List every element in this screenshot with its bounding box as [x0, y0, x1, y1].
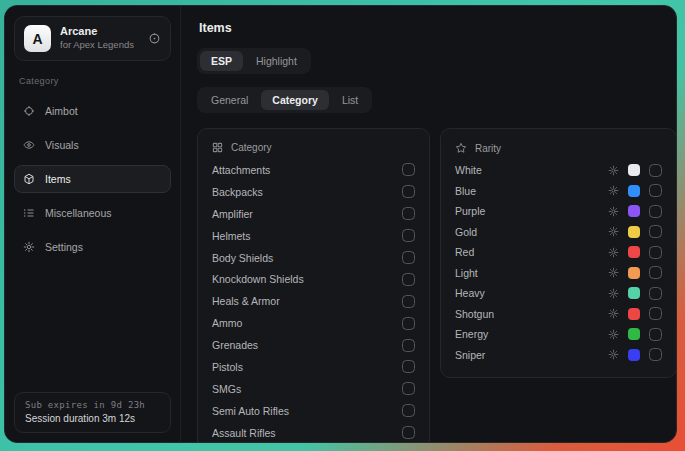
rarity-row: Red	[453, 242, 664, 263]
category-row: Semi Auto Rifles	[210, 400, 417, 422]
sidebar-item-items[interactable]: Items	[14, 165, 171, 193]
category-checkbox[interactable]	[402, 295, 415, 308]
category-row: Body Shields	[210, 247, 417, 269]
rarity-row-label: Sniper	[455, 349, 485, 361]
rarity-color-swatch[interactable]	[628, 267, 640, 279]
category-row-label: Grenades	[212, 339, 258, 351]
rarity-row: Light	[453, 263, 664, 284]
rarity-checkbox[interactable]	[649, 328, 662, 341]
rarity-row: Purple	[453, 201, 664, 222]
gear-icon[interactable]	[608, 165, 619, 176]
rarity-row-label: Blue	[455, 185, 476, 197]
rarity-row-controls	[608, 205, 662, 218]
crosshair-icon	[23, 105, 35, 117]
category-checkbox[interactable]	[402, 273, 415, 286]
category-checkbox[interactable]	[402, 251, 415, 264]
subscription-expires: Sub expires in 9d 23h	[25, 400, 160, 410]
rarity-color-swatch[interactable]	[628, 246, 640, 258]
sidebar: A Arcane for Apex Legends Category Aimbo…	[5, 6, 181, 442]
gear-icon[interactable]	[608, 329, 619, 340]
category-checkbox[interactable]	[402, 426, 415, 439]
gear-icon[interactable]	[608, 288, 619, 299]
category-panel: Category Attachments Backpacks Amplifier	[197, 128, 430, 443]
rarity-checkbox[interactable]	[649, 246, 662, 259]
rarity-checkbox[interactable]	[649, 266, 662, 279]
rarity-row: White	[453, 160, 664, 181]
rarity-row-label: Shotgun	[455, 308, 494, 320]
rarity-row-controls	[608, 307, 662, 320]
panels-row: Category Attachments Backpacks Amplifier	[197, 128, 660, 442]
category-checkbox[interactable]	[402, 207, 415, 220]
rarity-row-controls	[608, 348, 662, 361]
app-logo: A	[24, 25, 51, 52]
category-checkbox[interactable]	[402, 229, 415, 242]
eye-icon	[23, 139, 35, 151]
rarity-color-swatch[interactable]	[628, 308, 640, 320]
rarity-row: Shotgun	[453, 304, 664, 325]
rarity-color-swatch[interactable]	[628, 185, 640, 197]
category-row: Heals & Armor	[210, 290, 417, 312]
gear-icon[interactable]	[608, 206, 619, 217]
rarity-row-controls	[608, 225, 662, 238]
gear-icon[interactable]	[608, 226, 619, 237]
category-row-label: Amplifier	[212, 208, 253, 220]
subscription-card: Sub expires in 9d 23h Session duration 3…	[14, 392, 171, 433]
app-window: A Arcane for Apex Legends Category Aimbo…	[4, 5, 677, 443]
rarity-checkbox[interactable]	[649, 184, 662, 197]
rarity-checkbox[interactable]	[649, 225, 662, 238]
mode-highlight-button[interactable]: Highlight	[245, 51, 308, 71]
rarity-color-swatch[interactable]	[628, 328, 640, 340]
category-checkbox[interactable]	[402, 360, 415, 373]
category-row: Pistols	[210, 356, 417, 378]
main-content: Items ESP Highlight General Category Lis…	[181, 6, 676, 442]
category-panel-header: Category	[210, 139, 417, 159]
gear-icon[interactable]	[608, 349, 619, 360]
rarity-checkbox[interactable]	[649, 307, 662, 320]
category-row: Helmets	[210, 225, 417, 247]
gear-icon	[23, 241, 35, 253]
category-checkbox[interactable]	[402, 339, 415, 352]
category-checkbox[interactable]	[402, 317, 415, 330]
rarity-color-swatch[interactable]	[628, 287, 640, 299]
gear-icon[interactable]	[608, 308, 619, 319]
category-row: Backpacks	[210, 181, 417, 203]
rarity-color-swatch[interactable]	[628, 164, 640, 176]
tab-category[interactable]: Category	[261, 90, 329, 110]
cube-icon	[23, 173, 35, 185]
gear-icon[interactable]	[608, 267, 619, 278]
sidebar-item-miscellaneous[interactable]: Miscellaneous	[14, 199, 171, 227]
category-row: Attachments	[210, 159, 417, 181]
category-row-label: Assault Rifles	[212, 427, 276, 439]
category-checkbox[interactable]	[402, 382, 415, 395]
rarity-row-controls	[608, 164, 662, 177]
category-checkbox[interactable]	[402, 404, 415, 417]
sidebar-item-label: Items	[45, 173, 71, 185]
category-row: Assault Rifles	[210, 422, 417, 443]
app-name: Arcane	[60, 25, 139, 39]
rarity-panel-header: Rarity	[453, 139, 664, 160]
category-row: Grenades	[210, 334, 417, 356]
sidebar-item-aimbot[interactable]: Aimbot	[14, 97, 171, 125]
gear-icon[interactable]	[608, 185, 619, 196]
target-icon[interactable]	[148, 32, 161, 45]
mode-esp-button[interactable]: ESP	[200, 51, 243, 71]
tab-list[interactable]: List	[331, 90, 369, 110]
rarity-row-label: Gold	[455, 226, 477, 238]
rarity-color-swatch[interactable]	[628, 349, 640, 361]
rarity-checkbox[interactable]	[649, 205, 662, 218]
sidebar-item-settings[interactable]: Settings	[14, 233, 171, 261]
category-row-label: Attachments	[212, 164, 270, 176]
desktop-background: { "app": { "logo_letter": "A", "name": "…	[0, 0, 685, 451]
category-checkbox[interactable]	[402, 185, 415, 198]
sidebar-item-visuals[interactable]: Visuals	[14, 131, 171, 159]
rarity-panel-title: Rarity	[475, 143, 501, 154]
rarity-color-swatch[interactable]	[628, 205, 640, 217]
category-checkbox[interactable]	[402, 163, 415, 176]
rarity-checkbox[interactable]	[649, 348, 662, 361]
rarity-checkbox[interactable]	[649, 164, 662, 177]
gear-icon[interactable]	[608, 247, 619, 258]
rarity-checkbox[interactable]	[649, 287, 662, 300]
list-icon	[23, 207, 35, 219]
rarity-color-swatch[interactable]	[628, 226, 640, 238]
tab-general[interactable]: General	[200, 90, 259, 110]
